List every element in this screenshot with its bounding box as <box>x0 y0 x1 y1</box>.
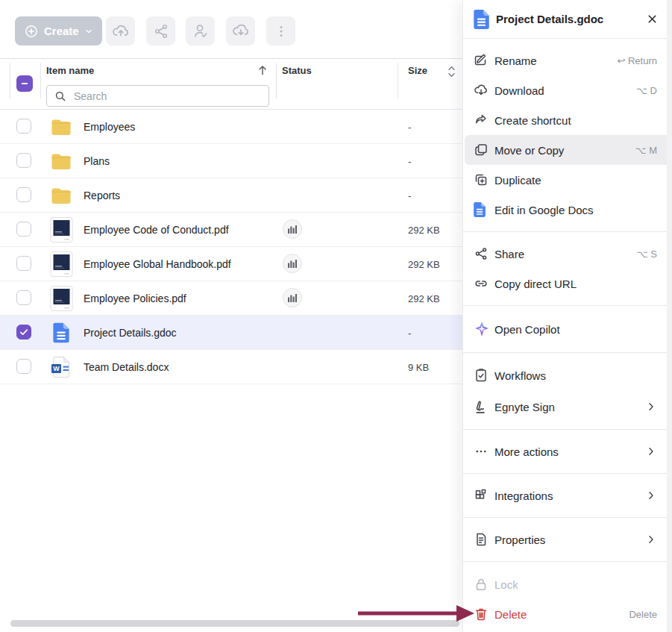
properties-icon <box>474 532 492 547</box>
file-name[interactable]: Plans <box>84 155 110 167</box>
more-options-button[interactable] <box>266 16 295 46</box>
row-checkbox[interactable] <box>16 222 31 237</box>
menu-item-delete[interactable]: DeleteDelete <box>465 599 671 629</box>
row-checkbox[interactable] <box>16 187 31 202</box>
file-name[interactable]: Employee Code of Conduct.pdf <box>84 224 229 236</box>
menu-group: LockDeleteDelete <box>463 562 672 632</box>
row-checkbox[interactable] <box>16 256 31 271</box>
file-name[interactable]: Employee Global Handbook.pdf <box>84 258 231 270</box>
search-input[interactable] <box>72 90 269 103</box>
menu-item-download[interactable]: Download⌥ D <box>465 75 671 105</box>
menu-item-edit-in-google-docs[interactable]: Edit in Google Docs <box>465 195 671 225</box>
menu-item-move-or-copy[interactable]: Move or Copy⌥ M <box>465 135 671 165</box>
user-check-button[interactable] <box>186 16 215 46</box>
column-header-item-name[interactable]: Item name <box>46 65 94 76</box>
file-size: - <box>408 155 411 166</box>
create-button[interactable]: Create <box>15 16 102 46</box>
menu-item-workflows[interactable]: Workflows <box>465 360 671 391</box>
menu-item-share[interactable]: Share⌥ S <box>465 239 671 269</box>
column-divider <box>10 63 10 98</box>
menu-item-more-actions[interactable]: More actions <box>465 437 671 466</box>
file-manager-app: Create Item name Status Size <box>0 0 672 632</box>
menu-item-integrations[interactable]: Integrations <box>465 481 671 510</box>
sign-icon <box>474 399 492 415</box>
file-name[interactable]: Reports <box>84 190 120 201</box>
menu-item-label: Create shortcut <box>494 114 657 127</box>
file-size: - <box>408 327 411 338</box>
menu-item-create-shortcut[interactable]: Create shortcut <box>465 105 671 135</box>
trash-icon <box>474 607 492 622</box>
file-size: 292 KB <box>408 258 440 269</box>
select-all-checkbox[interactable] <box>16 75 33 92</box>
copilot-icon <box>474 321 492 337</box>
user-check-icon <box>191 22 210 40</box>
table-row[interactable]: Employees- <box>0 110 462 144</box>
pdf-icon <box>48 285 75 311</box>
column-header-size[interactable]: Size <box>408 65 427 76</box>
menu-item-egnyte-sign[interactable]: Egnyte Sign <box>465 391 671 422</box>
row-checkbox[interactable] <box>16 290 31 305</box>
workflows-icon <box>474 368 492 383</box>
table-row[interactable]: Employee Policies.pdf292 KB <box>0 281 462 316</box>
share-button[interactable] <box>146 16 175 46</box>
menu-item-copy-direct-url[interactable]: Copy direct URL <box>465 269 671 298</box>
file-name[interactable]: Employees <box>84 121 135 133</box>
menu-item-label: Lock <box>494 578 657 591</box>
panel-title: Project Details.gdoc <box>496 13 644 25</box>
download-cloud-icon <box>474 83 492 98</box>
table-row[interactable]: Plans- <box>0 144 462 178</box>
gdoc-icon <box>48 322 75 342</box>
file-name[interactable]: Project Details.gdoc <box>84 327 177 339</box>
table-row[interactable]: Employee Global Handbook.pdf292 KB <box>0 247 462 281</box>
duplicate-icon <box>474 172 492 187</box>
bar-chart-icon <box>287 258 298 269</box>
upload-cloud-button[interactable] <box>106 16 135 46</box>
menu-group: WorkflowsEgnyte Sign <box>463 353 672 430</box>
insights-badge[interactable] <box>283 219 302 239</box>
file-name[interactable]: Employee Policies.pdf <box>84 292 186 304</box>
column-divider <box>276 63 277 98</box>
sort-toggle-icon[interactable] <box>445 64 458 79</box>
row-checkbox[interactable] <box>16 119 31 134</box>
menu-item-properties[interactable]: Properties <box>465 525 671 554</box>
link-icon <box>474 276 492 291</box>
vertical-scrollbar[interactable] <box>667 0 672 632</box>
download-cloud-button[interactable] <box>226 16 255 46</box>
close-icon[interactable] <box>644 11 660 27</box>
row-checkbox[interactable] <box>16 359 31 374</box>
row-checkbox[interactable] <box>16 153 31 168</box>
insights-badge[interactable] <box>283 254 302 273</box>
horizontal-scrollbar[interactable] <box>10 620 459 627</box>
chevron-right-icon <box>645 534 657 545</box>
menu-group: Integrations <box>463 474 672 518</box>
pdf-icon <box>48 251 75 277</box>
menu-group: Open Copilot <box>463 306 672 353</box>
context-menu-panel: Project Details.gdoc Rename↩ ReturnDownl… <box>462 0 672 632</box>
menu-item-duplicate[interactable]: Duplicate <box>465 165 671 195</box>
plus-circle-icon <box>24 24 39 39</box>
sort-ascending-icon[interactable] <box>256 63 269 77</box>
search-box[interactable] <box>46 85 269 107</box>
menu-group: More actions <box>463 430 672 474</box>
table-row[interactable]: Reports- <box>0 178 462 213</box>
table-row[interactable]: Project Details.gdoc- <box>0 316 462 350</box>
file-size: 292 KB <box>408 292 440 304</box>
chevron-right-icon <box>645 489 657 501</box>
menu-group: Rename↩ ReturnDownload⌥ DCreate shortcut… <box>463 39 672 232</box>
file-size: - <box>408 121 411 132</box>
menu-item-rename[interactable]: Rename↩ Return <box>465 46 671 75</box>
menu-item-label: Egnyte Sign <box>494 401 639 413</box>
menu-item-open-copilot[interactable]: Open Copilot <box>465 314 671 344</box>
insights-badge[interactable] <box>283 288 302 307</box>
column-header-status[interactable]: Status <box>282 65 312 76</box>
word-icon: W <box>48 356 75 378</box>
file-name[interactable]: Team Details.docx <box>84 361 169 373</box>
table-row[interactable]: Employee Code of Conduct.pdf292 KB <box>0 213 462 247</box>
column-divider <box>398 63 398 98</box>
menu-item-label: Duplicate <box>494 174 657 187</box>
folder-icon <box>48 152 75 169</box>
row-checkbox[interactable] <box>16 325 31 340</box>
file-size: 9 KB <box>408 361 429 372</box>
table-row[interactable]: WTeam Details.docx9 KB <box>0 350 462 384</box>
menu-item-lock: Lock <box>465 569 671 599</box>
